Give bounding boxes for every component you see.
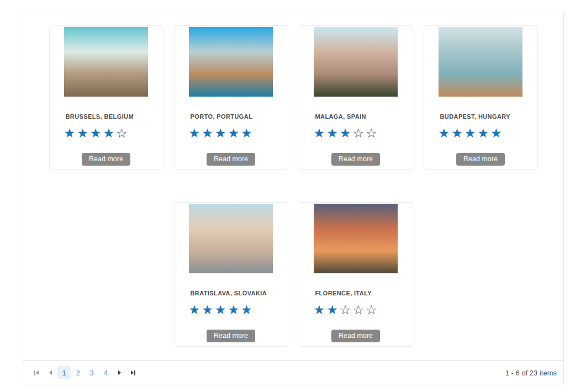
pager-page[interactable]: 2 (71, 366, 85, 379)
pager-page-selected[interactable]: 1 (57, 366, 71, 379)
destination-title: BRATISLAVA, SLOVAKIA (191, 290, 288, 296)
star-filled-icon: ★ (326, 126, 340, 140)
star-filled-icon: ★ (90, 126, 103, 140)
prev-page-icon (49, 370, 52, 375)
star-filled-icon: ★ (241, 126, 254, 140)
read-more-button[interactable]: Read more (331, 330, 380, 342)
card-button-row: Read more (175, 153, 288, 166)
star-empty-icon: ☆ (352, 303, 366, 317)
star-empty-icon: ☆ (116, 126, 129, 140)
pager: 1234 1 - 6 of 23 items (23, 360, 563, 385)
card-list: BRUSSELS, BELGIUM ★★★★☆ Read more PORTO,… (23, 13, 563, 347)
pager-page[interactable]: 3 (85, 366, 98, 379)
star-filled-icon: ★ (64, 126, 77, 140)
rating-stars: ★★★☆☆ (314, 127, 413, 140)
budapest-danube-aerial-photo (439, 27, 522, 97)
star-filled-icon: ★ (189, 303, 202, 317)
destination-title: MALAGA, SPAIN (315, 113, 413, 120)
star-empty-icon: ☆ (366, 303, 379, 317)
malaga-bell-tower-photo (314, 27, 398, 97)
destination-card: BUDAPEST, HUNGARY ★★★★★ Read more (424, 25, 538, 170)
star-filled-icon: ★ (228, 126, 241, 140)
star-filled-icon: ★ (241, 303, 254, 317)
star-filled-icon: ★ (189, 126, 202, 140)
star-filled-icon: ★ (439, 126, 452, 140)
read-more-button[interactable]: Read more (207, 330, 255, 342)
star-filled-icon: ★ (326, 303, 340, 317)
star-filled-icon: ★ (103, 126, 116, 140)
star-empty-icon: ☆ (352, 126, 366, 140)
rating-stars: ★★★★★ (439, 127, 537, 140)
star-filled-icon: ★ (340, 126, 353, 140)
star-filled-icon: ★ (215, 303, 228, 317)
read-more-button[interactable]: Read more (456, 153, 505, 166)
card-button-row: Read more (175, 330, 288, 342)
pager-info: 1 - 6 of 23 items (505, 369, 557, 377)
star-filled-icon: ★ (477, 126, 490, 140)
star-filled-icon: ★ (490, 126, 504, 140)
pager-prev-button[interactable] (44, 366, 57, 379)
card-button-row: Read more (299, 153, 413, 166)
star-empty-icon: ☆ (340, 303, 353, 317)
rating-stars: ★★☆☆☆ (314, 304, 413, 316)
pager-page[interactable]: 4 (99, 366, 112, 379)
read-more-button[interactable]: Read more (82, 153, 130, 166)
destination-card: MALAGA, SPAIN ★★★☆☆ Read more (299, 25, 413, 170)
star-filled-icon: ★ (314, 303, 327, 317)
card-button-row: Read more (50, 153, 163, 166)
star-empty-icon: ☆ (366, 126, 379, 140)
star-filled-icon: ★ (202, 303, 215, 317)
pager-first-button[interactable] (30, 366, 43, 379)
read-more-button[interactable]: Read more (331, 153, 380, 166)
destination-title: PORTO, PORTUGAL (191, 113, 288, 120)
star-filled-icon: ★ (464, 126, 478, 140)
pager-next-button[interactable] (113, 366, 126, 379)
porto-riverside-photo (189, 27, 273, 97)
card-button-row: Read more (424, 153, 537, 166)
rating-stars: ★★★★☆ (64, 127, 163, 140)
destination-card: FLORENCE, ITALY ★★☆☆☆ Read more (299, 202, 413, 347)
last-page-icon (131, 370, 134, 375)
destinations-listview: BRUSSELS, BELGIUM ★★★★☆ Read more PORTO,… (23, 13, 564, 385)
destination-title: FLORENCE, ITALY (315, 290, 413, 296)
star-filled-icon: ★ (314, 126, 327, 140)
star-filled-icon: ★ (77, 126, 90, 140)
destination-title: BUDAPEST, HUNGARY (440, 113, 537, 120)
read-more-button[interactable]: Read more (207, 153, 255, 166)
destination-title: BRUSSELS, BELGIUM (66, 113, 163, 120)
star-filled-icon: ★ (215, 126, 228, 140)
rating-stars: ★★★★★ (189, 127, 288, 140)
bratislava-old-street-photo (189, 204, 273, 273)
destination-card: PORTO, PORTUGAL ★★★★★ Read more (174, 25, 288, 170)
destination-card: BRATISLAVA, SLOVAKIA ★★★★★ Read more (174, 202, 288, 347)
card-button-row: Read more (299, 330, 413, 342)
star-filled-icon: ★ (228, 303, 241, 317)
brussels-triumphal-arch-photo (64, 27, 148, 97)
destination-card: BRUSSELS, BELGIUM ★★★★☆ Read more (49, 25, 163, 170)
star-filled-icon: ★ (202, 126, 215, 140)
pager-last-button[interactable] (126, 366, 140, 379)
rating-stars: ★★★★★ (189, 304, 288, 316)
florence-sunset-skyline-photo (314, 204, 398, 273)
first-page-icon (34, 370, 35, 375)
next-page-icon (118, 370, 121, 375)
star-filled-icon: ★ (451, 126, 464, 140)
pager-pages: 1234 (57, 366, 113, 379)
